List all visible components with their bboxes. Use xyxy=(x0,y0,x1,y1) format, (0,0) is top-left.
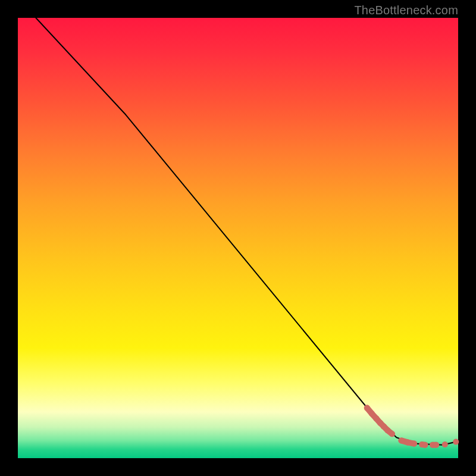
svg-point-21 xyxy=(422,442,428,448)
svg-point-23 xyxy=(433,442,439,448)
highlight-markers xyxy=(364,405,459,448)
chart-stage: TheBottleneck.com xyxy=(0,0,476,476)
svg-point-10 xyxy=(364,405,370,411)
svg-point-11 xyxy=(369,411,375,416)
svg-point-24 xyxy=(442,441,448,447)
plot-area xyxy=(18,18,458,458)
svg-point-18 xyxy=(405,439,411,445)
svg-point-16 xyxy=(389,431,395,437)
svg-point-17 xyxy=(399,437,405,443)
chart-overlay xyxy=(18,18,458,458)
svg-point-25 xyxy=(453,439,459,445)
bottleneck-curve xyxy=(36,18,456,445)
watermark-text: TheBottleneck.com xyxy=(354,4,458,17)
svg-point-19 xyxy=(411,441,417,447)
